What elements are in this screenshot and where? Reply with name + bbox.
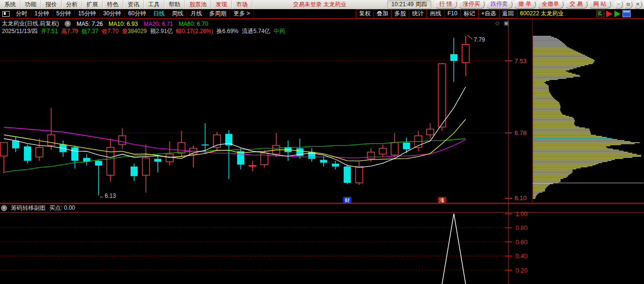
- ma-legend: MA5: 7.26MA10: 6.93MA20: 6.71MA60: 6.70: [76, 21, 208, 27]
- chevron-down-icon[interactable]: ˅: [65, 21, 71, 27]
- sub-indicator-value: 买点: 0.00: [49, 204, 75, 212]
- ma-label: MA20: 6.71: [143, 21, 173, 27]
- sub-indicator-title: 筹码转移副图: [11, 204, 45, 212]
- quote-field: 幅0.17(2.26%): [176, 27, 213, 35]
- ma-label: MA60: 6.70: [179, 21, 208, 27]
- chart-header-row: 太龙药业(日线.前复权) ˅ MA5: 7.26MA10: 6.93MA20: …: [2, 20, 208, 28]
- ma-label: MA5: 7.26: [76, 21, 103, 27]
- quote-field: 开7.51: [41, 27, 58, 35]
- svg-text:1.00: 1.00: [515, 210, 527, 217]
- quote-field: 流通5.74亿: [242, 27, 270, 35]
- svg-text:7.53: 7.53: [514, 57, 526, 65]
- chevron-down-icon[interactable]: ˅: [1, 205, 7, 211]
- quote-info-row: 2025/11/13/四开7.51高7.79低7.37收7.70量384029额…: [2, 27, 285, 35]
- svg-text:6.78: 6.78: [514, 129, 526, 136]
- volume-profile: [533, 36, 644, 199]
- ma-label: MA10: 6.93: [109, 21, 138, 27]
- quote-field: 量384029: [122, 27, 147, 35]
- svg-text:←6.13: ←6.13: [99, 193, 116, 199]
- svg-text:财: 财: [345, 197, 350, 203]
- signal-markers: 财涨: [343, 197, 446, 203]
- quote-field: 2025/11/13/四: [2, 27, 38, 35]
- sub-indicator-header: ˅ 筹码转移副图 买点: 0.00: [1, 204, 75, 212]
- price-gridlines: 7.536.786.10: [0, 57, 526, 202]
- tdx-app-window: 7.536.786.10财涨←6.137.791.000.800.600.400…: [0, 0, 644, 284]
- svg-text:6.10: 6.10: [514, 194, 526, 202]
- chart-canvas[interactable]: 7.536.786.10财涨←6.137.791.000.800.600.400…: [0, 0, 644, 284]
- chart-title: 太龙药业(日线.前复权): [2, 20, 59, 28]
- quote-field: 中药: [273, 27, 285, 35]
- price-annotations: ←6.137.79: [99, 35, 485, 199]
- svg-text:0.80: 0.80: [515, 224, 527, 231]
- svg-text:0.40: 0.40: [515, 252, 527, 260]
- chart-corner-icons[interactable]: ◇ ▣: [495, 20, 510, 26]
- sub-indicator-pane: 1.000.800.600.400.20: [0, 210, 527, 284]
- candlesticks: [0, 36, 469, 195]
- quote-field: 收7.70: [102, 27, 119, 35]
- quote-field: 低7.37: [81, 27, 98, 35]
- svg-text:涨: 涨: [439, 197, 445, 203]
- buy-signal-spike: [442, 214, 466, 284]
- quote-field: 高7.79: [61, 27, 78, 35]
- svg-text:0.20: 0.20: [515, 267, 527, 274]
- quote-field: 额2.91亿: [150, 27, 173, 35]
- svg-text:7.79: 7.79: [474, 36, 485, 43]
- quote-field: 换6.69%: [217, 27, 239, 35]
- svg-text:0.60: 0.60: [515, 239, 527, 246]
